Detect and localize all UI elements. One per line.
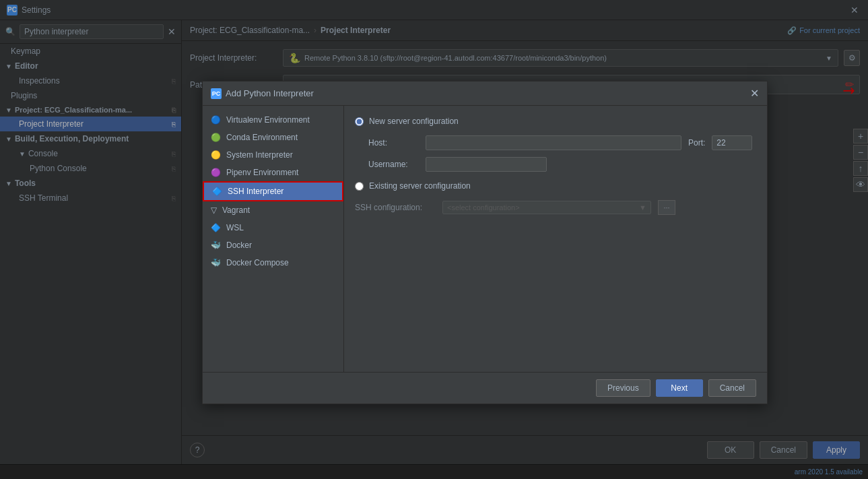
virtualenv-icon: 🔵 <box>211 115 221 125</box>
username-row: Username: <box>368 157 756 172</box>
new-server-label: New server configuration <box>369 117 459 126</box>
host-row: Host: Port: <box>368 135 756 150</box>
new-server-radio-row: New server configuration <box>355 117 756 126</box>
existing-server-radio[interactable] <box>355 182 364 191</box>
dialog-title-icon: PC <box>211 88 222 99</box>
pipenv-icon: 🟣 <box>211 168 221 177</box>
dialog-sidebar-label: Conda Environment <box>226 133 298 142</box>
dialog-title-text: Add Python Interpreter <box>226 88 314 98</box>
ssh-config-dropdown[interactable]: <select configuration> ▼ <box>442 201 651 214</box>
dialog-sidebar-item-virtualenv[interactable]: 🔵 Virtualenv Environment <box>203 111 343 129</box>
docker-compose-icon: 🐳 <box>211 258 221 267</box>
port-input[interactable] <box>712 135 752 150</box>
ssh-config-row: SSH configuration: <select configuration… <box>355 200 756 215</box>
dialog-sidebar-item-docker[interactable]: 🐳 Docker <box>203 236 343 254</box>
dialog-sidebar-label: Pipenv Environment <box>226 168 298 177</box>
dialog-sidebar-label: Vagrant <box>222 205 250 215</box>
dialog-title: PC Add Python Interpreter <box>211 88 314 99</box>
existing-server-form: SSH configuration: <select configuration… <box>355 200 756 215</box>
dialog-sidebar-label: Docker Compose <box>226 258 289 267</box>
port-label: Port: <box>688 138 705 148</box>
new-server-form: Host: Port: Username: <box>368 135 756 172</box>
dialog-sidebar-item-system[interactable]: 🟡 System Interpreter <box>203 146 343 164</box>
cancel-button[interactable]: Cancel <box>708 379 756 397</box>
add-python-interpreter-dialog: PC Add Python Interpreter ✕ 🔵 Virtualenv… <box>202 81 768 404</box>
dialog-sidebar-item-conda[interactable]: 🟢 Conda Environment <box>203 129 343 146</box>
dialog-sidebar-label: WSL <box>226 223 244 232</box>
new-server-radio[interactable] <box>355 117 364 126</box>
username-input[interactable] <box>426 157 547 172</box>
ssh-config-browse-button[interactable]: ··· <box>658 200 675 215</box>
vagrant-icon: ▽ <box>211 205 217 215</box>
docker-icon: 🐳 <box>211 241 221 250</box>
dialog-sidebar-label: Virtualenv Environment <box>226 115 310 125</box>
dialog-sidebar-label: Docker <box>226 241 252 250</box>
ssh-config-label: SSH configuration: <box>355 203 436 212</box>
dialog-sidebar-item-pipenv[interactable]: 🟣 Pipenv Environment <box>203 164 343 181</box>
dialog-sidebar-item-vagrant[interactable]: ▽ Vagrant <box>203 201 343 219</box>
dialog-bottom-bar: Previous Next Cancel <box>203 372 767 404</box>
host-input[interactable] <box>426 135 681 150</box>
dropdown-arrow-icon: ▼ <box>639 203 646 212</box>
dialog-overlay: PC Add Python Interpreter ✕ 🔵 Virtualenv… <box>0 0 868 479</box>
ssh-icon: 🔷 <box>212 187 222 196</box>
next-button[interactable]: Next <box>656 379 703 397</box>
dialog-right-panel: New server configuration Host: Port: Us <box>344 106 767 372</box>
conda-icon: 🟢 <box>211 133 221 142</box>
system-icon: 🟡 <box>211 150 221 160</box>
existing-server-radio-row: Existing server configuration <box>355 181 756 191</box>
main-window: PC Settings ✕ 🔍 ✕ Keymap ▼ Editor <box>0 0 868 479</box>
username-label: Username: <box>368 160 419 169</box>
previous-button[interactable]: Previous <box>596 379 650 397</box>
dialog-sidebar-label: SSH Interpreter <box>228 187 283 196</box>
dialog-body: 🔵 Virtualenv Environment 🟢 Conda Environ… <box>203 106 767 372</box>
dialog-title-bar: PC Add Python Interpreter ✕ <box>203 82 767 106</box>
dialog-sidebar: 🔵 Virtualenv Environment 🟢 Conda Environ… <box>203 106 344 372</box>
dialog-close-button[interactable]: ✕ <box>750 87 759 100</box>
wsl-icon: 🔷 <box>211 223 221 232</box>
ssh-config-placeholder: <select configuration> <box>447 203 520 212</box>
dialog-sidebar-item-ssh[interactable]: 🔷 SSH Interpreter <box>203 181 343 201</box>
dialog-sidebar-item-wsl[interactable]: 🔷 WSL <box>203 219 343 236</box>
existing-server-label: Existing server configuration <box>369 181 471 191</box>
dialog-sidebar-item-docker-compose[interactable]: 🐳 Docker Compose <box>203 254 343 272</box>
dialog-sidebar-label: System Interpreter <box>226 150 293 160</box>
host-label: Host: <box>368 138 419 148</box>
